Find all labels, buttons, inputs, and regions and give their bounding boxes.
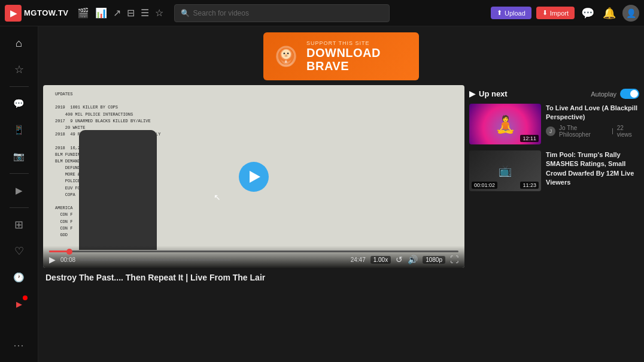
site-logo-text: MGTOW.TV xyxy=(24,8,69,17)
svg-point-4 xyxy=(284,53,285,55)
main-layout: ⌂ ☆ 💬 📱 📷 ▶ ⊞ ♡ 🕐 ▶ ··· xyxy=(0,26,644,362)
current-time: 00:08 xyxy=(60,257,75,263)
sidebar-item-instagram[interactable]: 📷 xyxy=(7,144,31,168)
progress-dot xyxy=(66,249,72,255)
sidebar-item-youtube[interactable]: ▶ xyxy=(7,292,31,316)
ad-banner: B Support This Site DOWNLOAD BRAVE xyxy=(38,26,644,85)
card-1-separator: | xyxy=(612,128,613,134)
toggle-dot xyxy=(630,90,638,98)
svg-point-3 xyxy=(281,50,291,59)
up-next-title: ▶ Up next xyxy=(469,89,508,98)
sidebar-item-home[interactable]: ⌂ xyxy=(7,31,31,55)
up-next-card-2[interactable]: 📺 11:23 00:01:02 Tim Pool: Trump's Rally… xyxy=(469,150,639,191)
svg-text:B: B xyxy=(285,60,287,64)
nav-video-icon[interactable]: 🎬 xyxy=(77,7,89,19)
search-bar[interactable]: 🔍 xyxy=(174,4,390,22)
nav-icons: 🎬 📊 ↗ ⊟ ☰ ☆ xyxy=(77,7,163,19)
video-player[interactable]: UPDATES 2019 1001 KILLER BY COPS 400 MIL… xyxy=(43,85,464,268)
site-logo-icon: ▶ xyxy=(5,5,22,22)
card-1-thumbnail: 🧘 12:11 xyxy=(469,104,541,144)
notification-icon[interactable]: 🔔 xyxy=(601,7,618,20)
sidebar-item-apps[interactable]: ⊞ xyxy=(7,213,31,237)
svg-point-6 xyxy=(285,55,287,56)
sidebar-divider-2 xyxy=(10,173,29,174)
sidebar-item-clock[interactable]: 🕐 xyxy=(7,266,31,289)
card-1-info: To Live And Love (A Blackpill Perspectiv… xyxy=(546,104,639,144)
brave-download-text: DOWNLOAD BRAVE xyxy=(306,46,409,73)
card-1-title: To Live And Love (A Blackpill Perspectiv… xyxy=(546,104,639,122)
person-silhouette xyxy=(79,130,157,250)
time-separator: ━━━━━━━━━━━━━━━━━━━━━━━━━━━━━━━━━━━━━━━━… xyxy=(80,257,231,263)
card-2-duration-right: 11:23 xyxy=(520,182,539,189)
sidebar-item-play[interactable]: ▶ xyxy=(7,179,31,203)
right-actions: ⬆ Upload ⬇ Import 💬 🔔 👤 xyxy=(491,5,639,22)
volume-icon[interactable]: 🔊 xyxy=(408,255,418,264)
play-icon-small: ▶ xyxy=(469,89,475,98)
video-controls: ▶ 00:08 ━━━━━━━━━━━━━━━━━━━━━━━━━━━━━━━━… xyxy=(43,246,464,268)
upload-icon: ⬆ xyxy=(497,9,502,17)
svg-point-5 xyxy=(287,53,289,55)
autoplay-label: Autoplay xyxy=(591,90,616,98)
search-input[interactable] xyxy=(193,9,383,17)
sidebar-item-more[interactable]: ··· xyxy=(7,333,31,357)
play-pause-icon[interactable]: ▶ xyxy=(49,255,56,264)
autoplay-row: Autoplay xyxy=(591,89,639,99)
nav-grid-icon[interactable]: ⊟ xyxy=(127,7,135,19)
sidebar-divider-1 xyxy=(10,86,29,87)
brave-ad-button[interactable]: B Support This Site DOWNLOAD BRAVE xyxy=(263,32,419,80)
logo-area: ▶ MGTOW.TV xyxy=(5,5,69,22)
controls-row: ▶ 00:08 ━━━━━━━━━━━━━━━━━━━━━━━━━━━━━━━━… xyxy=(49,255,458,264)
brave-support-text: Support This Site xyxy=(306,40,409,46)
card-2-duration-left: 00:01:02 xyxy=(472,182,497,189)
progress-bar[interactable] xyxy=(49,251,458,252)
nav-star-icon[interactable]: ☆ xyxy=(155,7,163,19)
sidebar-divider-3 xyxy=(10,207,29,208)
import-button[interactable]: ⬇ Import xyxy=(536,7,575,19)
nav-trending-icon[interactable]: ↗ xyxy=(113,7,121,19)
play-triangle-icon xyxy=(250,171,260,183)
card-2-info: Tim Pool: Trump's Rally SMASHES Ratings,… xyxy=(546,150,639,191)
search-icon: 🔍 xyxy=(181,9,190,17)
card-2-title: Tim Pool: Trump's Rally SMASHES Ratings,… xyxy=(546,150,639,188)
card-1-channel: Jo The Philosopher xyxy=(559,125,608,138)
upload-button[interactable]: ⬆ Upload xyxy=(491,7,531,19)
video-title: Destroy The Past.... Then Repeat It | Li… xyxy=(43,268,464,283)
brave-lion-icon: B xyxy=(273,43,299,70)
up-next-card-1[interactable]: 🧘 12:11 To Live And Love (A Blackpill Pe… xyxy=(469,104,639,144)
right-controls: 24:47 1.00x ↺ 🔊 1080p ⛶ xyxy=(351,255,458,264)
brave-text-area: Support This Site DOWNLOAD BRAVE xyxy=(306,40,409,73)
nav-bar-chart-icon[interactable]: 📊 xyxy=(95,7,107,19)
play-button[interactable] xyxy=(239,162,269,192)
card-1-channel-avatar: J xyxy=(546,126,555,136)
card-1-meta: J Jo The Philosopher | 22 views xyxy=(546,125,639,138)
video-section: UPDATES 2019 1001 KILLER BY COPS 400 MIL… xyxy=(38,85,464,362)
fullscreen-icon[interactable]: ⛶ xyxy=(450,255,458,264)
video-background: UPDATES 2019 1001 KILLER BY COPS 400 MIL… xyxy=(43,85,464,268)
content-area: B Support This Site DOWNLOAD BRAVE UPDAT… xyxy=(38,26,644,362)
sidebar-item-bookmark[interactable]: ☆ xyxy=(7,58,31,82)
chat-icon[interactable]: 💬 xyxy=(579,7,596,20)
import-icon: ⬇ xyxy=(542,9,548,17)
card-1-views: 22 views xyxy=(617,125,639,138)
sidebar-item-whatsapp[interactable]: 📱 xyxy=(7,118,31,142)
rotate-icon[interactable]: ↺ xyxy=(396,255,403,264)
avatar[interactable]: 👤 xyxy=(622,5,639,22)
card-2-thumbnail: 📺 11:23 00:01:02 xyxy=(469,150,541,191)
cursor: ↖ xyxy=(214,192,221,202)
speed-badge[interactable]: 1.00x xyxy=(370,256,391,264)
sidebar-item-heart[interactable]: ♡ xyxy=(7,239,31,263)
left-sidebar: ⌂ ☆ 💬 📱 📷 ▶ ⊞ ♡ 🕐 ▶ ··· xyxy=(0,26,38,362)
right-sidebar: ▶ Up next Autoplay 🧘 xyxy=(464,85,644,362)
total-time: 24:47 xyxy=(351,257,366,263)
top-bar: ▶ MGTOW.TV 🎬 📊 ↗ ⊟ ☰ ☆ 🔍 ⬆ Upload ⬇ Impo… xyxy=(0,0,644,26)
video-row: UPDATES 2019 1001 KILLER BY COPS 400 MIL… xyxy=(38,85,644,362)
nav-list-icon[interactable]: ☰ xyxy=(141,7,149,19)
card-1-duration: 12:11 xyxy=(520,135,539,142)
quality-badge[interactable]: 1080p xyxy=(423,256,445,264)
up-next-header: ▶ Up next Autoplay xyxy=(469,85,639,104)
sidebar-item-messenger[interactable]: 💬 xyxy=(7,92,31,116)
autoplay-toggle[interactable] xyxy=(620,89,639,99)
